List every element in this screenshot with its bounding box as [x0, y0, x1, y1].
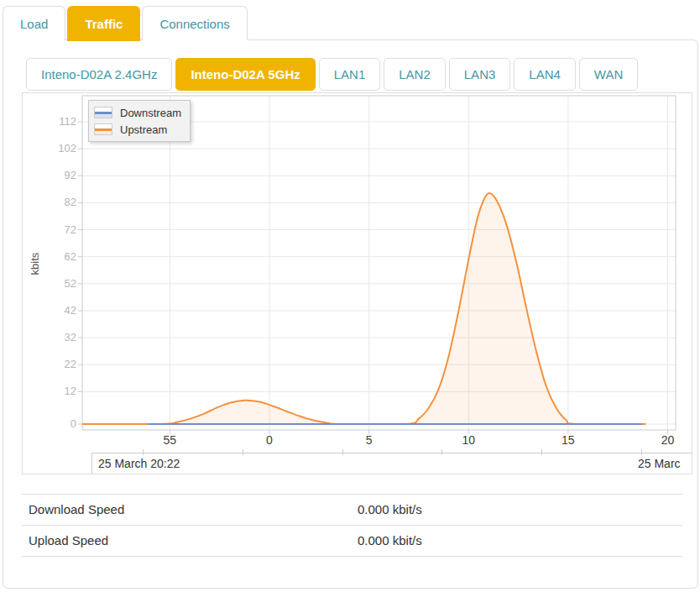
y-tick-label: 32 [48, 331, 76, 343]
y-tick-label: 12 [48, 385, 76, 397]
x-tick-label: 20 [643, 433, 693, 447]
x-tick-label: 5 [344, 433, 394, 447]
legend-swatch-upstream [94, 123, 112, 135]
y-tick-label: 22 [48, 358, 76, 370]
range-start-label: 25 March 20:22 [91, 453, 633, 474]
legend-label: Downstream [120, 107, 181, 119]
chart-legend: DownstreamUpstream [88, 100, 191, 142]
y-tick-label: 72 [48, 223, 76, 236]
series-fill-upstream [82, 193, 645, 424]
y-tick-label: 42 [48, 304, 76, 317]
traffic-panel: Inteno-D02A 2.4GHzInteno-D02A 5GHzLAN1LA… [3, 39, 698, 589]
iface-tab-inteno-d02a-2-4ghz[interactable]: Inteno-D02A 2.4GHz [26, 58, 172, 91]
y-tick-label: 102 [48, 142, 76, 155]
iface-tab-lan3[interactable]: LAN3 [449, 58, 511, 91]
range-axis-tick [243, 449, 243, 455]
speed-row-label: Download Speed [29, 495, 124, 525]
legend-label: Upstream [120, 123, 167, 136]
table-row: Upload Speed0.000 kbit/s [22, 525, 682, 557]
plot-border [82, 96, 676, 430]
tab-traffic[interactable]: Traffic [67, 6, 140, 41]
x-tick-label: 55 [144, 433, 195, 447]
iface-tab-lan4[interactable]: LAN4 [514, 58, 576, 91]
speed-row-label: Upload Speed [29, 526, 108, 556]
iface-tab-wan[interactable]: WAN [579, 58, 638, 91]
iface-tab-inteno-d02a-5ghz[interactable]: Inteno-D02A 5GHz [175, 58, 315, 91]
x-tick-label: 15 [543, 433, 593, 447]
traffic-chart: kbits DownstreamUpstream 25 March 20:22 … [22, 92, 692, 474]
series-line-upstream [82, 193, 645, 424]
traffic-chart-plot [23, 93, 692, 474]
y-tick-label: 82 [48, 196, 76, 208]
x-tick-label: 10 [443, 433, 494, 447]
range-axis-tick [541, 449, 542, 455]
y-tick-label: 62 [48, 250, 76, 263]
legend-item-downstream: Downstream [94, 104, 181, 121]
speed-row-value: 0.000 kbit/s [358, 495, 422, 525]
table-row: Download Speed0.000 kbit/s [22, 494, 682, 525]
y-tick-label: 92 [48, 169, 76, 181]
speed-summary-table: Download Speed0.000 kbit/sUpload Speed0.… [22, 494, 682, 557]
router-traffic-page: LoadTrafficConnections Inteno-D02A 2.4GH… [0, 0, 700, 592]
range-axis-tick [342, 449, 343, 455]
tab-load[interactable]: Load [3, 6, 65, 40]
legend-swatch-downstream [94, 107, 112, 118]
range-end-label: 25 Marc [632, 453, 692, 474]
range-axis-tick [641, 449, 642, 455]
interface-tab-bar: Inteno-D02A 2.4GHzInteno-D02A 5GHzLAN1LA… [26, 58, 638, 91]
legend-item-upstream: Upstream [94, 121, 181, 138]
y-tick-label: 0 [48, 417, 76, 430]
x-tick-label: 0 [244, 433, 295, 447]
y-axis-label: kbits [29, 222, 42, 306]
y-tick-label: 52 [48, 277, 76, 290]
range-axis-tick [441, 449, 442, 455]
speed-row-value: 0.000 kbit/s [358, 526, 422, 556]
tab-connections[interactable]: Connections [142, 6, 247, 40]
iface-tab-lan2[interactable]: LAN2 [384, 58, 446, 91]
iface-tab-lan1[interactable]: LAN1 [319, 58, 381, 91]
y-tick-label: 112 [48, 115, 76, 128]
main-tab-bar: LoadTrafficConnections [3, 6, 249, 41]
range-axis-tick [143, 449, 144, 455]
